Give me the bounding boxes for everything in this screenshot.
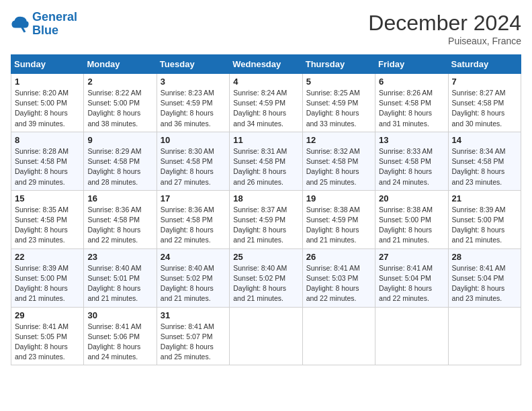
day-number: 7 bbox=[452, 77, 517, 87]
day-cell-15: 15Sunrise: 8:35 AMSunset: 4:58 PMDayligh… bbox=[11, 190, 84, 248]
day-number: 24 bbox=[161, 252, 226, 262]
cell-content: Sunrise: 8:28 AMSunset: 4:58 PMDaylight:… bbox=[15, 146, 80, 187]
logo-text: General Blue bbox=[32, 11, 77, 38]
day-cell-3: 3Sunrise: 8:23 AMSunset: 4:59 PMDaylight… bbox=[157, 74, 229, 132]
cell-content: Sunrise: 8:32 AMSunset: 4:58 PMDaylight:… bbox=[306, 146, 371, 187]
cell-content: Sunrise: 8:36 AMSunset: 4:58 PMDaylight:… bbox=[161, 205, 226, 246]
cell-content: Sunrise: 8:33 AMSunset: 4:58 PMDaylight:… bbox=[379, 146, 444, 187]
day-cell-5: 5Sunrise: 8:25 AMSunset: 4:59 PMDaylight… bbox=[302, 74, 375, 132]
day-cell-29: 29Sunrise: 8:41 AMSunset: 5:05 PMDayligh… bbox=[11, 307, 84, 365]
day-cell-10: 10Sunrise: 8:30 AMSunset: 4:58 PMDayligh… bbox=[157, 132, 229, 190]
col-header-saturday: Saturday bbox=[448, 55, 521, 74]
day-cell-24: 24Sunrise: 8:40 AMSunset: 5:02 PMDayligh… bbox=[157, 248, 229, 307]
logo: General Blue bbox=[11, 11, 77, 38]
day-cell-23: 23Sunrise: 8:40 AMSunset: 5:01 PMDayligh… bbox=[84, 248, 157, 307]
cell-content: Sunrise: 8:38 AMSunset: 5:00 PMDaylight:… bbox=[379, 205, 444, 246]
cell-content: Sunrise: 8:40 AMSunset: 5:02 PMDaylight:… bbox=[161, 263, 226, 304]
day-number: 28 bbox=[452, 252, 517, 262]
day-cell-31: 31Sunrise: 8:41 AMSunset: 5:07 PMDayligh… bbox=[157, 307, 229, 365]
cell-content: Sunrise: 8:39 AMSunset: 5:00 PMDaylight:… bbox=[452, 205, 517, 246]
col-header-friday: Friday bbox=[375, 55, 448, 74]
cell-content: Sunrise: 8:25 AMSunset: 4:59 PMDaylight:… bbox=[306, 88, 371, 129]
day-number: 1 bbox=[15, 77, 80, 87]
day-cell-13: 13Sunrise: 8:33 AMSunset: 4:58 PMDayligh… bbox=[375, 132, 448, 190]
week-row-2: 8Sunrise: 8:28 AMSunset: 4:58 PMDaylight… bbox=[11, 132, 521, 190]
cell-content: Sunrise: 8:31 AMSunset: 4:58 PMDaylight:… bbox=[233, 146, 298, 187]
col-header-wednesday: Wednesday bbox=[230, 55, 302, 74]
day-number: 11 bbox=[233, 135, 298, 145]
page-header: General Blue December 2024 Puiseaux, Fra… bbox=[11, 11, 521, 46]
day-cell-8: 8Sunrise: 8:28 AMSunset: 4:58 PMDaylight… bbox=[11, 132, 84, 190]
col-header-thursday: Thursday bbox=[302, 55, 375, 74]
day-cell-25: 25Sunrise: 8:40 AMSunset: 5:02 PMDayligh… bbox=[230, 248, 302, 307]
day-cell-16: 16Sunrise: 8:36 AMSunset: 4:58 PMDayligh… bbox=[84, 190, 157, 248]
day-number: 5 bbox=[306, 77, 371, 87]
day-cell-6: 6Sunrise: 8:26 AMSunset: 4:58 PMDaylight… bbox=[375, 74, 448, 132]
day-number: 18 bbox=[233, 193, 298, 203]
empty-cell bbox=[302, 307, 375, 365]
cell-content: Sunrise: 8:20 AMSunset: 5:00 PMDaylight:… bbox=[15, 88, 80, 129]
day-number: 9 bbox=[87, 135, 152, 145]
day-cell-19: 19Sunrise: 8:38 AMSunset: 4:59 PMDayligh… bbox=[302, 190, 375, 248]
cell-content: Sunrise: 8:22 AMSunset: 5:00 PMDaylight:… bbox=[87, 88, 152, 129]
day-cell-12: 12Sunrise: 8:32 AMSunset: 4:58 PMDayligh… bbox=[302, 132, 375, 190]
day-number: 26 bbox=[306, 252, 371, 262]
cell-content: Sunrise: 8:40 AMSunset: 5:02 PMDaylight:… bbox=[233, 263, 298, 304]
day-number: 17 bbox=[161, 193, 226, 203]
day-cell-22: 22Sunrise: 8:39 AMSunset: 5:00 PMDayligh… bbox=[11, 248, 84, 307]
cell-content: Sunrise: 8:30 AMSunset: 4:58 PMDaylight:… bbox=[161, 146, 226, 187]
day-number: 8 bbox=[15, 135, 80, 145]
day-number: 21 bbox=[452, 193, 517, 203]
day-number: 12 bbox=[306, 135, 371, 145]
day-cell-1: 1Sunrise: 8:20 AMSunset: 5:00 PMDaylight… bbox=[11, 74, 84, 132]
logo-icon bbox=[11, 15, 30, 34]
cell-content: Sunrise: 8:36 AMSunset: 4:58 PMDaylight:… bbox=[87, 205, 152, 246]
day-cell-7: 7Sunrise: 8:27 AMSunset: 4:58 PMDaylight… bbox=[448, 74, 521, 132]
day-number: 13 bbox=[379, 135, 444, 145]
col-header-monday: Monday bbox=[84, 55, 157, 74]
day-number: 25 bbox=[233, 252, 298, 262]
cell-content: Sunrise: 8:38 AMSunset: 4:59 PMDaylight:… bbox=[306, 205, 371, 246]
day-number: 23 bbox=[87, 252, 152, 262]
day-number: 3 bbox=[161, 77, 226, 87]
calendar-table: SundayMondayTuesdayWednesdayThursdayFrid… bbox=[11, 54, 521, 365]
empty-cell bbox=[375, 307, 448, 365]
day-cell-2: 2Sunrise: 8:22 AMSunset: 5:00 PMDaylight… bbox=[84, 74, 157, 132]
cell-content: Sunrise: 8:41 AMSunset: 5:04 PMDaylight:… bbox=[452, 263, 517, 304]
cell-content: Sunrise: 8:41 AMSunset: 5:05 PMDaylight:… bbox=[15, 322, 80, 363]
cell-content: Sunrise: 8:26 AMSunset: 4:58 PMDaylight:… bbox=[379, 88, 444, 129]
cell-content: Sunrise: 8:40 AMSunset: 5:01 PMDaylight:… bbox=[87, 263, 152, 304]
cell-content: Sunrise: 8:41 AMSunset: 5:04 PMDaylight:… bbox=[379, 263, 444, 304]
week-row-5: 29Sunrise: 8:41 AMSunset: 5:05 PMDayligh… bbox=[11, 307, 521, 365]
cell-content: Sunrise: 8:37 AMSunset: 4:59 PMDaylight:… bbox=[233, 205, 298, 246]
day-cell-20: 20Sunrise: 8:38 AMSunset: 5:00 PMDayligh… bbox=[375, 190, 448, 248]
day-number: 16 bbox=[87, 193, 152, 203]
month-title: December 2024 bbox=[368, 11, 521, 36]
week-row-1: 1Sunrise: 8:20 AMSunset: 5:00 PMDaylight… bbox=[11, 74, 521, 132]
day-number: 19 bbox=[306, 193, 371, 203]
cell-content: Sunrise: 8:24 AMSunset: 4:59 PMDaylight:… bbox=[233, 88, 298, 129]
day-number: 4 bbox=[233, 77, 298, 87]
day-cell-9: 9Sunrise: 8:29 AMSunset: 4:58 PMDaylight… bbox=[84, 132, 157, 190]
col-header-tuesday: Tuesday bbox=[157, 55, 229, 74]
day-cell-11: 11Sunrise: 8:31 AMSunset: 4:58 PMDayligh… bbox=[230, 132, 302, 190]
cell-content: Sunrise: 8:41 AMSunset: 5:06 PMDaylight:… bbox=[87, 322, 152, 363]
empty-cell bbox=[230, 307, 302, 365]
day-number: 14 bbox=[452, 135, 517, 145]
cell-content: Sunrise: 8:39 AMSunset: 5:00 PMDaylight:… bbox=[15, 263, 80, 304]
empty-cell bbox=[448, 307, 521, 365]
calendar-header-row: SundayMondayTuesdayWednesdayThursdayFrid… bbox=[11, 55, 521, 74]
day-number: 27 bbox=[379, 252, 444, 262]
week-row-4: 22Sunrise: 8:39 AMSunset: 5:00 PMDayligh… bbox=[11, 248, 521, 307]
day-cell-27: 27Sunrise: 8:41 AMSunset: 5:04 PMDayligh… bbox=[375, 248, 448, 307]
day-cell-30: 30Sunrise: 8:41 AMSunset: 5:06 PMDayligh… bbox=[84, 307, 157, 365]
day-cell-28: 28Sunrise: 8:41 AMSunset: 5:04 PMDayligh… bbox=[448, 248, 521, 307]
col-header-sunday: Sunday bbox=[11, 55, 84, 74]
cell-content: Sunrise: 8:27 AMSunset: 4:58 PMDaylight:… bbox=[452, 88, 517, 129]
day-number: 6 bbox=[379, 77, 444, 87]
day-number: 22 bbox=[15, 252, 80, 262]
day-cell-14: 14Sunrise: 8:34 AMSunset: 4:58 PMDayligh… bbox=[448, 132, 521, 190]
day-number: 15 bbox=[15, 193, 80, 203]
day-number: 2 bbox=[87, 77, 152, 87]
day-number: 29 bbox=[15, 310, 80, 320]
